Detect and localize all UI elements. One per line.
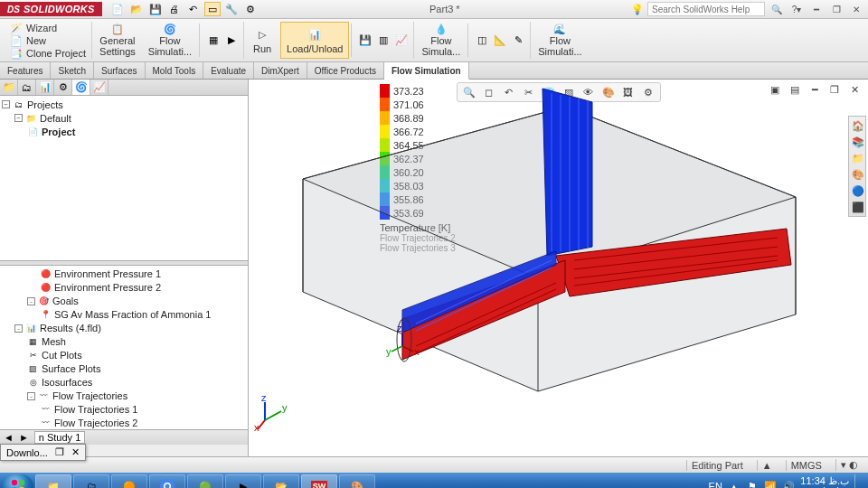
- cmd-tab-flow-simulation[interactable]: Flow Simulation: [384, 62, 469, 80]
- tree-item[interactable]: 〰Flow Trajectories 2: [2, 417, 246, 430]
- load-unload-button[interactable]: 📊Load/Unload: [280, 22, 349, 59]
- tray-vol-icon[interactable]: 🔊: [782, 480, 795, 488]
- solve-icon[interactable]: ▶: [223, 33, 240, 48]
- restore-icon[interactable]: ❐: [828, 3, 844, 15]
- task-libraries[interactable]: 🗂: [73, 474, 109, 488]
- tray-up-icon[interactable]: ▴: [728, 480, 741, 488]
- general-settings-button[interactable]: 📋General Settings: [94, 22, 141, 59]
- fm-tab-3[interactable]: 📊: [36, 80, 54, 95]
- tree-goals-icon: 🎯: [38, 296, 50, 307]
- cmd-tab-mold-tools[interactable]: Mold Tools: [146, 62, 204, 79]
- results-save-icon[interactable]: 💾: [357, 33, 373, 48]
- taskpane-appearance-icon[interactable]: 🔵: [851, 183, 865, 198]
- tab-nav-next-icon[interactable]: ►: [19, 432, 29, 443]
- fm-tab-4[interactable]: ⚙: [54, 80, 72, 95]
- new-project-button[interactable]: 📄New: [7, 34, 88, 47]
- rebuild-icon[interactable]: 🔧: [223, 2, 240, 16]
- help-search-input[interactable]: [647, 2, 765, 16]
- design-study-tab[interactable]: n Study 1: [34, 431, 85, 444]
- tray-flag-icon[interactable]: ⚑: [746, 480, 759, 488]
- popup-close-icon[interactable]: ✕: [71, 446, 80, 458]
- help-icon[interactable]: ?▾: [788, 3, 805, 15]
- search-icon[interactable]: 🔍: [769, 3, 785, 15]
- fm-tab-6[interactable]: 📈: [90, 80, 108, 95]
- tool-icon-a[interactable]: ◫: [474, 33, 490, 48]
- task-chrome[interactable]: [149, 474, 185, 488]
- svg-text:z: z: [397, 323, 402, 333]
- fm-tab-1[interactable]: 📁: [0, 80, 18, 95]
- taskpane-library-icon[interactable]: 📚: [851, 135, 865, 149]
- task-idm[interactable]: 🟢: [187, 474, 223, 488]
- tree-item[interactable]: ▦Mesh: [2, 335, 246, 349]
- clone-project-button[interactable]: 📑Clone Project: [7, 47, 88, 60]
- tool-icon-b[interactable]: 📐: [492, 33, 508, 48]
- taskpane-resources-icon[interactable]: 🏠: [851, 118, 865, 133]
- view-triad[interactable]: z y x: [254, 395, 290, 431]
- minimize-icon[interactable]: ━: [808, 3, 825, 15]
- cmd-tab-surfaces[interactable]: Surfaces: [94, 62, 145, 79]
- results-icon-2[interactable]: 📈: [393, 33, 410, 48]
- taskpane-custom-icon[interactable]: ⬛: [851, 200, 865, 214]
- project-tree: −🗂Projects −📁Default 📄Project: [0, 96, 248, 260]
- flow-sim-button-1[interactable]: 🌀Flow Simulati...: [143, 22, 197, 59]
- task-paint[interactable]: 🎨: [339, 474, 375, 488]
- taskpane-viewpal-icon[interactable]: 🎨: [851, 167, 865, 182]
- fm-tab-2[interactable]: 🗂: [18, 80, 36, 95]
- download-popup[interactable]: Downlo... ❐ ✕: [0, 444, 86, 461]
- taskpane-explorer-icon[interactable]: 📁: [851, 151, 865, 165]
- select-icon[interactable]: ▭: [204, 2, 221, 16]
- quick-access-toolbar: 📄 📂 💾 🖨 ↶ ▭ 🔧 ⚙: [109, 2, 259, 16]
- cmd-tab-features[interactable]: Features: [0, 62, 51, 79]
- print-icon[interactable]: 🖨: [166, 2, 183, 16]
- tree-item[interactable]: -🎯Goals: [2, 295, 246, 308]
- tree-item[interactable]: ✂Cut Plots: [2, 349, 246, 362]
- tree-label: Project: [42, 127, 75, 137]
- tree-item[interactable]: 📍SG Av Mass Fraction of Ammonia 1: [2, 308, 246, 322]
- tray-net-icon[interactable]: 📶: [764, 480, 777, 488]
- run-button[interactable]: ▷Run: [246, 22, 278, 59]
- tree-item[interactable]: 🔴Environment Pressure 1: [2, 267, 246, 281]
- task-folder[interactable]: 📂: [263, 474, 299, 488]
- tree-project[interactable]: 📄Project: [2, 125, 246, 138]
- tree-projects[interactable]: −🗂Projects: [2, 98, 246, 111]
- tray-lang[interactable]: EN: [709, 481, 722, 488]
- tree-item[interactable]: ◎Isosurfaces: [2, 376, 246, 389]
- undo-icon[interactable]: ↶: [185, 2, 202, 16]
- task-media[interactable]: ▶: [225, 474, 261, 488]
- wizard-button[interactable]: 🪄Wizard: [7, 22, 88, 34]
- new-doc-icon[interactable]: 📄: [109, 2, 126, 16]
- task-solidworks[interactable]: SW: [301, 474, 337, 488]
- fm-tab-flow[interactable]: 🌀: [72, 80, 90, 95]
- show-desktop-button[interactable]: [854, 474, 862, 488]
- tree-default[interactable]: −📁Default: [2, 111, 246, 125]
- flow-sim-button-2[interactable]: 💧Flow Simula...: [416, 22, 466, 59]
- tree-item[interactable]: -〰Flow Trajectories: [2, 389, 246, 403]
- graphics-viewport[interactable]: 🔍 ◻ ↶ ✂ 🧊 ▨ 👁 🎨 🖼 ⚙ ▣ ▤ ━ ❐ ✕ 🏠 📚 📁 🎨 🔵 …: [249, 80, 868, 456]
- mesh-icon[interactable]: ▦: [205, 33, 222, 48]
- start-button[interactable]: [3, 474, 33, 488]
- options-icon[interactable]: ⚙: [242, 2, 259, 16]
- results-icon-1[interactable]: ▥: [375, 33, 392, 48]
- status-extra-icon[interactable]: ▾ ◐: [835, 459, 863, 471]
- tree-label: Environment Pressure 2: [54, 282, 161, 293]
- task-wmp[interactable]: 🟠: [111, 474, 147, 488]
- flow-sim-button-3[interactable]: 🌊Flow Simulati...: [533, 22, 587, 59]
- popup-restore-icon[interactable]: ❐: [55, 446, 64, 458]
- tool-icon-c[interactable]: ✎: [510, 33, 526, 48]
- cmd-tab-office-products[interactable]: Office Products: [307, 62, 384, 79]
- tab-nav-prev-icon[interactable]: ◄: [4, 432, 14, 443]
- tree-item[interactable]: ▨Surface Plots: [2, 362, 246, 376]
- cmd-tab-evaluate[interactable]: Evaluate: [203, 62, 254, 79]
- vp-close-icon[interactable]: ✕: [846, 82, 863, 97]
- save-icon[interactable]: 💾: [147, 2, 164, 16]
- cmd-tab-sketch[interactable]: Sketch: [51, 62, 94, 79]
- cmd-tab-dimxpert[interactable]: DimXpert: [254, 62, 307, 79]
- status-indicator-icon[interactable]: ▲: [757, 460, 777, 471]
- status-units[interactable]: MMGS: [786, 460, 826, 471]
- open-icon[interactable]: 📂: [128, 2, 145, 16]
- tree-item[interactable]: 〰Flow Trajectories 1: [2, 403, 246, 417]
- tree-item[interactable]: 🔴Environment Pressure 2: [2, 281, 246, 295]
- tree-item[interactable]: -📊Results (4.fld): [2, 322, 246, 335]
- close-icon[interactable]: ✕: [848, 3, 864, 15]
- task-explorer[interactable]: 📁: [35, 474, 71, 488]
